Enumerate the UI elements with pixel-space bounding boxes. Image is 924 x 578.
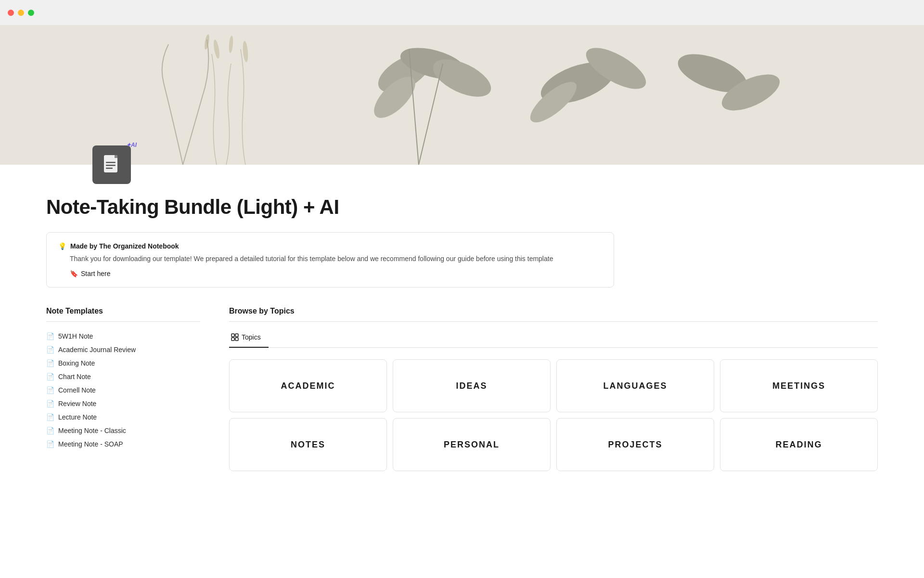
traffic-light-yellow[interactable] — [18, 10, 24, 16]
document-icon-svg — [100, 153, 123, 176]
start-here-link[interactable]: 🔖 Start here — [58, 270, 602, 277]
doc-icon: 📄 — [46, 386, 54, 394]
tabs-row: Topics — [229, 329, 878, 348]
info-card: 💡 Made by The Organized Notebook Thank y… — [46, 232, 614, 288]
topic-card-academic[interactable]: ACADEMIC — [229, 359, 387, 412]
info-author: Made by The Organized Notebook — [70, 242, 179, 250]
page-title: Note-Taking Bundle (Light) + AI — [46, 196, 878, 219]
traffic-light-red[interactable] — [8, 10, 14, 16]
traffic-light-green[interactable] — [28, 10, 34, 16]
doc-icon: 📄 — [46, 373, 54, 381]
page-icon-wrapper: ✦AI — [92, 145, 131, 184]
info-icon: 💡 — [58, 242, 66, 250]
svg-rect-19 — [106, 165, 116, 166]
topic-card-notes[interactable]: NOTES — [229, 418, 387, 471]
template-list: 📄 5W1H Note 📄 Academic Journal Review 📄 … — [46, 329, 200, 451]
doc-icon: 📄 — [46, 332, 54, 340]
svg-rect-24 — [231, 338, 234, 341]
doc-icon: 📄 — [46, 427, 54, 434]
svg-rect-21 — [115, 155, 117, 158]
topic-card-personal[interactable]: PERSONAL — [393, 418, 551, 471]
svg-rect-0 — [0, 25, 924, 165]
topic-label-projects: PROJECTS — [608, 440, 662, 450]
topic-label-meetings: MEETINGS — [772, 381, 825, 391]
topic-label-languages: LANGUAGES — [603, 381, 667, 391]
svg-rect-25 — [235, 338, 238, 341]
doc-icon: 📄 — [46, 400, 54, 407]
template-item-chart[interactable]: 📄 Chart Note — [46, 370, 200, 383]
start-here-label: Start here — [81, 270, 110, 277]
template-label: Meeting Note - Classic — [58, 427, 126, 434]
content-area: ✦AI Note-Taking Bundle (Light) + AI 💡 Ma… — [0, 165, 924, 500]
tab-topics-label: Topics — [242, 333, 261, 341]
doc-icon: 📄 — [46, 413, 54, 421]
svg-rect-18 — [106, 162, 116, 163]
template-label: Meeting Note - SOAP — [58, 440, 123, 448]
topic-card-languages[interactable]: LANGUAGES — [556, 359, 714, 412]
topic-card-reading[interactable]: READING — [720, 418, 878, 471]
template-label: Academic Journal Review — [58, 346, 136, 354]
browse-topics-heading: Browse by Topics — [229, 307, 878, 322]
page-icon — [92, 145, 131, 184]
doc-icon: 📄 — [46, 359, 54, 367]
doc-icon: 📄 — [46, 440, 54, 448]
template-item-meeting-soap[interactable]: 📄 Meeting Note - SOAP — [46, 437, 200, 451]
topic-label-reading: READING — [775, 440, 822, 450]
hero-plant-decoration — [0, 25, 924, 165]
topic-label-notes: NOTES — [291, 440, 325, 450]
template-label: Review Note — [58, 400, 96, 407]
tab-topics[interactable]: Topics — [229, 329, 269, 348]
two-column-layout: Note Templates 📄 5W1H Note 📄 Academic Jo… — [46, 307, 878, 471]
template-label: Lecture Note — [58, 413, 97, 421]
template-label: Cornell Note — [58, 386, 96, 394]
ai-badge: ✦AI — [126, 142, 137, 148]
template-item-review[interactable]: 📄 Review Note — [46, 397, 200, 410]
ai-sparkle-icon: ✦ — [126, 142, 131, 148]
template-label: Chart Note — [58, 373, 91, 381]
template-item-academic[interactable]: 📄 Academic Journal Review — [46, 343, 200, 356]
topic-card-ideas[interactable]: IDEAS — [393, 359, 551, 412]
doc-icon: 📄 — [46, 346, 54, 354]
grid-icon — [231, 333, 239, 341]
note-templates-heading: Note Templates — [46, 307, 200, 322]
topic-card-projects[interactable]: PROJECTS — [556, 418, 714, 471]
template-item-meeting-classic[interactable]: 📄 Meeting Note - Classic — [46, 424, 200, 437]
info-card-description: Thank you for downloading our template! … — [58, 254, 602, 264]
topics-grid: ACADEMIC IDEAS LANGUAGES MEETINGS NOTES … — [229, 359, 878, 471]
topic-card-meetings[interactable]: MEETINGS — [720, 359, 878, 412]
bookmark-icon: 🔖 — [70, 270, 78, 277]
template-label: Boxing Note — [58, 359, 95, 367]
topic-label-academic: ACADEMIC — [281, 381, 335, 391]
info-card-header: 💡 Made by The Organized Notebook — [58, 242, 602, 250]
title-bar — [0, 0, 924, 25]
right-column: Browse by Topics Topics ACADEMIC — [229, 307, 878, 471]
svg-rect-23 — [235, 334, 238, 337]
svg-rect-20 — [106, 168, 113, 169]
template-item-boxing[interactable]: 📄 Boxing Note — [46, 356, 200, 370]
template-item-lecture[interactable]: 📄 Lecture Note — [46, 410, 200, 424]
topic-label-ideas: IDEAS — [456, 381, 487, 391]
topic-label-personal: PERSONAL — [444, 440, 500, 450]
hero-banner — [0, 25, 924, 165]
svg-rect-22 — [231, 334, 234, 337]
left-column: Note Templates 📄 5W1H Note 📄 Academic Jo… — [46, 307, 200, 451]
template-item-cornell[interactable]: 📄 Cornell Note — [46, 383, 200, 397]
template-label: 5W1H Note — [58, 332, 93, 340]
template-item-5w1h[interactable]: 📄 5W1H Note — [46, 329, 200, 343]
